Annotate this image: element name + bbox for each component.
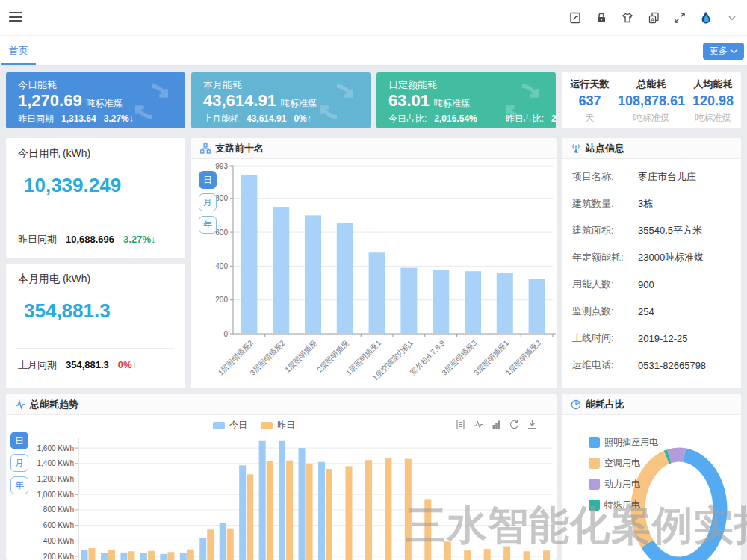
kpi-title: 今日能耗 xyxy=(18,78,57,92)
site-label: 监测点数: xyxy=(572,305,638,318)
site-value: 3栋 xyxy=(638,197,653,211)
energy-trend-bar-chart: 200 KWh400 KWh600 KWh800 KWh1,000 KWh1,2… xyxy=(6,415,557,560)
legend-item-hvac[interactable]: 空调用电 xyxy=(589,452,658,473)
site-label: 年定额能耗: xyxy=(572,251,638,264)
svg-text:1,400 KWh: 1,400 KWh xyxy=(37,459,74,467)
legend-item-power[interactable]: 动力用电 xyxy=(589,473,658,494)
panel-title: 总能耗趋势 xyxy=(30,394,78,415)
panel-title: 站点信息 xyxy=(586,138,624,159)
svg-text:200 KWh: 200 KWh xyxy=(43,553,74,560)
brand-logo[interactable] xyxy=(698,10,713,25)
bar-chart-icon[interactable] xyxy=(491,419,502,430)
chart-toolbox xyxy=(455,419,538,430)
svg-text:200: 200 xyxy=(215,296,228,304)
stat-running-days: 运行天数 637 天 xyxy=(562,72,618,128)
svg-text:1,000 KWh: 1,000 KWh xyxy=(37,491,74,499)
site-label: 用能人数: xyxy=(572,278,638,291)
menu-toggle-icon[interactable] xyxy=(9,12,22,24)
kpi-sub-label: 昨日同期 xyxy=(18,113,54,124)
period-year-button[interactable]: 年 xyxy=(10,476,28,494)
compare-value: 354,881.3 xyxy=(66,359,109,370)
kpi-value: 63.01 xyxy=(388,91,430,110)
legend-item-today[interactable]: 今日 xyxy=(213,419,247,432)
tab-bar: 首页 更多 xyxy=(0,36,747,66)
legend-swatch xyxy=(589,437,600,448)
stat-value: 108,878.61 xyxy=(618,93,685,109)
panel-header: 总能耗趋势 xyxy=(6,394,557,415)
legend-swatch xyxy=(589,458,600,469)
divider xyxy=(16,348,175,349)
panel-header: 能耗占比 xyxy=(562,394,741,415)
site-row-online-date: 上线时间:2019-12-25 xyxy=(562,325,741,352)
pulse-trend-icon xyxy=(15,399,25,410)
svg-text:993: 993 xyxy=(215,162,228,170)
document-language-icon[interactable]: A xyxy=(646,10,661,25)
legend-swatch xyxy=(261,422,273,429)
compare-delta: 3.27%↓ xyxy=(123,234,155,245)
compare-label: 上月同期 xyxy=(18,359,57,370)
period-button-group: 日 月 年 xyxy=(199,171,217,234)
legend-item-lighting[interactable]: 照明插座用电 xyxy=(589,432,658,452)
legend-label: 动力用电 xyxy=(604,478,640,491)
period-day-button[interactable]: 日 xyxy=(199,171,217,189)
period-year-button[interactable]: 年 xyxy=(199,216,217,234)
fullscreen-icon[interactable] xyxy=(672,10,687,25)
site-value: 254 xyxy=(638,306,654,317)
svg-text:400: 400 xyxy=(215,262,228,270)
period-month-button[interactable]: 月 xyxy=(199,193,217,211)
header-icon-group: A xyxy=(568,0,740,36)
panel-title: 能耗占比 xyxy=(586,394,624,415)
stat-label: 运行天数 xyxy=(562,78,618,91)
site-value: 2019-12-25 xyxy=(638,333,688,344)
site-row-monitor-points: 监测点数:254 xyxy=(562,298,741,325)
site-value: 900 xyxy=(638,279,654,290)
chart-legend: 照明插座用电 空调用电 动力用电 特殊用电 xyxy=(589,432,658,515)
kpi-card-daily-quota-energy: 日定额能耗 63.01吨标准煤 今日占比:2,016.54%昨日占比:2,084… xyxy=(376,72,556,128)
compare-value: 10,688.696 xyxy=(66,234,114,245)
lock-icon[interactable] xyxy=(594,10,609,25)
line-chart-icon[interactable] xyxy=(473,419,484,430)
svg-text:1,600 KWh: 1,600 KWh xyxy=(37,444,74,452)
theme-skin-icon[interactable] xyxy=(620,10,635,25)
pie-chart-icon xyxy=(571,399,581,410)
legend-swatch xyxy=(213,422,225,429)
legend-label: 照明插座用电 xyxy=(604,436,658,449)
download-icon[interactable] xyxy=(527,419,538,430)
legend-label: 昨日 xyxy=(277,419,295,432)
stat-total-energy: 总能耗 108,878.61 吨标准煤 xyxy=(618,72,685,128)
period-button-group: 日 月 年 xyxy=(10,432,28,494)
main-content: 今日能耗 1,270.69吨标准煤 昨日同期1,313.643.27%↓ 本月能… xyxy=(0,66,747,560)
kpi-unit: 吨标准煤 xyxy=(434,98,470,108)
period-day-button[interactable]: 日 xyxy=(10,432,28,449)
usage-value: 354,881.3 xyxy=(24,299,111,323)
panel-title: 支路前十名 xyxy=(215,138,264,159)
work-order-icon[interactable] xyxy=(568,10,583,25)
today-electricity-card: 今日用电 (kWh) 10,339.249 昨日同期10,688.6963.27… xyxy=(6,138,185,258)
kpi-value: 1,270.69 xyxy=(18,91,82,110)
kpi-unit: 吨标准煤 xyxy=(281,98,317,108)
kpi-card-today-energy: 今日能耗 1,270.69吨标准煤 昨日同期1,313.643.27%↓ xyxy=(6,72,185,128)
svg-text:1层照明插座: 1层照明插座 xyxy=(283,339,318,374)
legend-item-special[interactable]: 特殊用电 xyxy=(589,494,658,515)
kpi-card-month-energy: 本月能耗 43,614.91吨标准煤 上月能耗43,614.910%↑ xyxy=(191,72,371,128)
panel-header: 支路前十名 xyxy=(191,138,557,159)
site-label: 运维电话: xyxy=(572,358,638,372)
recycle-icon xyxy=(499,78,545,125)
site-value: 0531-82665798 xyxy=(638,360,706,371)
energy-share-panel: 能耗占比 照明插座用电 空调用电 动力用电 特殊用电 xyxy=(562,394,741,560)
tab-home[interactable]: 首页 xyxy=(1,36,36,65)
svg-text:0: 0 xyxy=(223,330,228,338)
more-button[interactable]: 更多 xyxy=(703,43,744,60)
chart-legend: 今日 昨日 xyxy=(213,419,295,432)
refresh-icon[interactable] xyxy=(509,419,520,430)
site-info-rows: 项目名称:枣庄市台儿庄 建筑数量:3栋 建筑面积:35540.5平方米 年定额能… xyxy=(562,159,741,379)
period-month-button[interactable]: 月 xyxy=(10,454,28,472)
data-view-icon[interactable] xyxy=(455,419,466,430)
stat-value: 637 xyxy=(562,93,618,109)
legend-item-yesterday[interactable]: 昨日 xyxy=(261,419,295,432)
user-menu-chevron[interactable] xyxy=(725,10,740,25)
stat-label: 总能耗 xyxy=(618,78,685,91)
site-value: 枣庄市台儿庄 xyxy=(638,170,696,184)
kpi-sub-value: 1,313.64 xyxy=(61,113,96,124)
site-label: 建筑数量: xyxy=(572,197,638,211)
